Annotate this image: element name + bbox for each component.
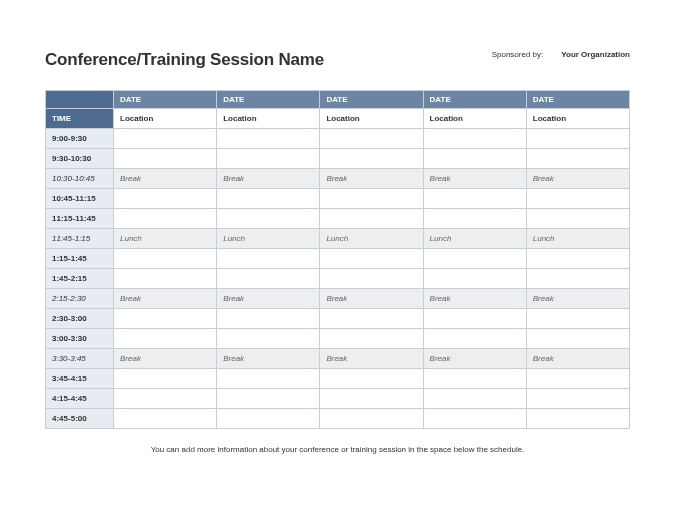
schedule-cell [320,269,423,289]
schedule-cell [320,209,423,229]
schedule-cell: Break [217,349,320,369]
schedule-cell [217,149,320,169]
schedule-cell [320,149,423,169]
table-row: 4:45-5:00 [46,409,630,429]
schedule-cell [526,129,629,149]
schedule-cell: Break [423,289,526,309]
date-header: DATE [114,91,217,109]
schedule-cell [526,269,629,289]
schedule-cell [114,249,217,269]
schedule-cell [114,309,217,329]
schedule-cell [217,309,320,329]
schedule-cell [114,389,217,409]
sponsor-block: Sponsored by: Your Organization [492,50,630,59]
schedule-cell [526,329,629,349]
table-row: 1:15-1:45 [46,249,630,269]
schedule-cell: Break [423,169,526,189]
schedule-cell: Break [114,349,217,369]
table-row: 4:15-4:45 [46,389,630,409]
schedule-cell [320,409,423,429]
schedule-cell [114,409,217,429]
header-row: DATE DATE DATE DATE DATE [46,91,630,109]
schedule-cell [217,269,320,289]
schedule-cell [114,129,217,149]
schedule-cell [423,309,526,329]
page-title: Conference/Training Session Name [45,50,324,70]
schedule-cell [114,149,217,169]
schedule-cell: Lunch [217,229,320,249]
time-cell: 3:30-3:45 [46,349,114,369]
time-cell: 11:45-1:15 [46,229,114,249]
header: Conference/Training Session Name Sponsor… [45,50,630,70]
time-cell: 2:15-2:30 [46,289,114,309]
time-cell: 2:30-3:00 [46,309,114,329]
schedule-cell [526,249,629,269]
footnote: You can add more information about your … [45,445,630,454]
schedule-cell [320,309,423,329]
time-cell: 1:15-1:45 [46,249,114,269]
time-cell: 10:45-11:15 [46,189,114,209]
table-row: 1:45-2:15 [46,269,630,289]
schedule-cell: Lunch [320,229,423,249]
time-cell: 10:30-10:45 [46,169,114,189]
table-row: 11:45-1:15LunchLunchLunchLunchLunch [46,229,630,249]
time-cell: 4:45-5:00 [46,409,114,429]
schedule-cell [320,189,423,209]
location-cell: Location [320,109,423,129]
schedule-cell [423,209,526,229]
schedule-cell [217,389,320,409]
schedule-cell [114,329,217,349]
time-cell: 9:00-9:30 [46,129,114,149]
schedule-cell [423,329,526,349]
location-cell: Location [423,109,526,129]
location-cell: Location [114,109,217,129]
schedule-body: TIME Location Location Location Location… [46,109,630,429]
schedule-cell [114,189,217,209]
schedule-cell [526,149,629,169]
table-row: 2:30-3:00 [46,309,630,329]
schedule-cell [423,129,526,149]
schedule-cell: Break [526,349,629,369]
time-cell: 4:15-4:45 [46,389,114,409]
time-header [46,91,114,109]
schedule-cell [320,389,423,409]
table-row: 9:30-10:30 [46,149,630,169]
location-cell: Location [526,109,629,129]
schedule-cell [320,369,423,389]
schedule-cell [217,369,320,389]
schedule-cell: Break [114,169,217,189]
date-header: DATE [217,91,320,109]
schedule-cell [320,329,423,349]
schedule-cell: Break [526,169,629,189]
schedule-cell [320,129,423,149]
schedule-cell: Lunch [526,229,629,249]
schedule-cell: Break [217,289,320,309]
schedule-cell: Break [320,169,423,189]
schedule-cell: Break [114,289,217,309]
schedule-cell: Break [320,349,423,369]
schedule-cell [526,389,629,409]
time-header-cell: TIME [46,109,114,129]
schedule-cell [217,189,320,209]
schedule-cell: Break [526,289,629,309]
schedule-cell [217,129,320,149]
date-header: DATE [526,91,629,109]
date-header: DATE [320,91,423,109]
table-row: 3:30-3:45BreakBreakBreakBreakBreak [46,349,630,369]
table-row: 11:15-11:45 [46,209,630,229]
table-row: 9:00-9:30 [46,129,630,149]
location-cell: Location [217,109,320,129]
table-row: 10:30-10:45BreakBreakBreakBreakBreak [46,169,630,189]
schedule-cell [423,409,526,429]
schedule-cell [526,409,629,429]
schedule-cell [217,329,320,349]
schedule-cell: Lunch [114,229,217,249]
schedule-cell [114,269,217,289]
table-row: 3:45-4:15 [46,369,630,389]
sponsor-org: Your Organization [561,50,630,59]
schedule-table: DATE DATE DATE DATE DATE TIME Location L… [45,90,630,429]
time-cell: 11:15-11:45 [46,209,114,229]
schedule-cell [526,189,629,209]
schedule-cell: Break [320,289,423,309]
schedule-cell [114,369,217,389]
